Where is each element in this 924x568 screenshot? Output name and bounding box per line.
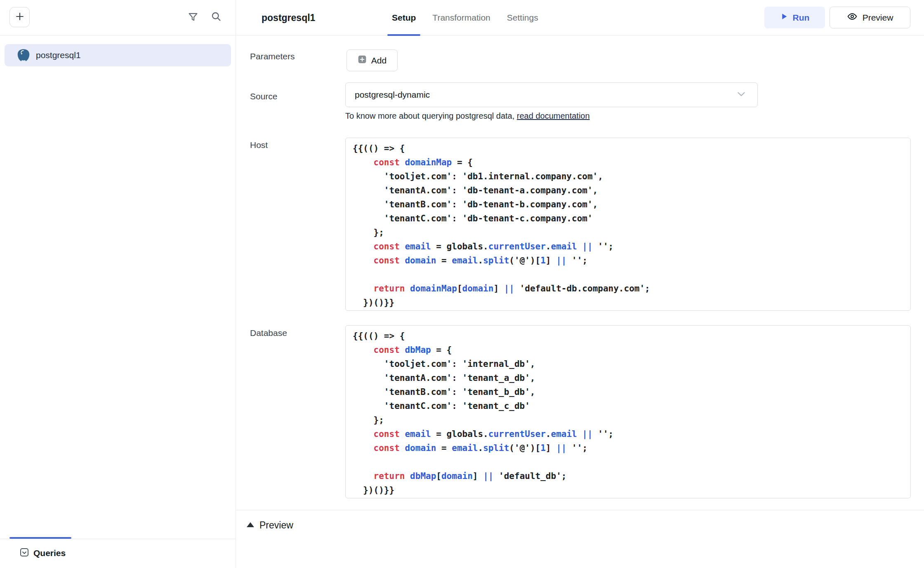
source-select-value: postgresql-dynamic <box>355 90 736 100</box>
query-title: postgresql1 <box>262 0 315 35</box>
tab-transformation[interactable]: Transformation <box>428 0 495 35</box>
code-line: const domain = email.split('@')[1] || ''… <box>353 441 902 455</box>
preview-button[interactable]: Preview <box>830 7 910 28</box>
sidebar-bottom-divider <box>0 539 236 539</box>
preview-panel-label: Preview <box>259 520 293 531</box>
run-button-label: Run <box>793 13 810 23</box>
code-line: 'tenantA.com': 'db-tenant-a.company.com'… <box>353 183 902 197</box>
code-line <box>353 455 902 469</box>
code-line: const domainMap = { <box>353 155 902 169</box>
code-line: 'tenantC.com': 'db-tenant-c.company.com' <box>353 211 902 225</box>
queries-panel-tab[interactable]: Queries <box>19 546 66 561</box>
filter-button[interactable] <box>186 11 200 24</box>
host-label: Host <box>250 140 268 150</box>
code-line: 'tenantB.com': 'tenant_b_db', <box>353 385 902 399</box>
caret-up-icon <box>247 521 254 529</box>
add-query-button[interactable] <box>9 7 30 27</box>
code-line: const email = globals.currentUser.email … <box>353 239 902 253</box>
parameters-label: Parameters <box>250 52 295 61</box>
preview-button-label: Preview <box>863 13 893 23</box>
sidebar-topbar <box>0 0 236 35</box>
search-icon <box>210 11 222 23</box>
code-line: return domainMap[domain] || 'default-db.… <box>353 282 902 296</box>
read-documentation-link[interactable]: read documentation <box>517 111 590 120</box>
code-line: {{(() => { <box>353 141 902 155</box>
helper-prefix: To know more about querying postgresql d… <box>345 111 517 120</box>
query-sidebar: postgresql1 Queries <box>0 0 236 568</box>
filter-icon <box>187 11 199 24</box>
eye-icon <box>847 11 858 24</box>
play-icon <box>780 12 788 23</box>
code-line: const email = globals.currentUser.email … <box>353 427 902 441</box>
host-code-editor[interactable]: {{(() => { const domainMap = { 'tooljet.… <box>345 138 911 311</box>
code-line <box>353 268 902 282</box>
code-line: 'tenantC.com': 'tenant_c_db' <box>353 399 902 413</box>
code-line: 'tooljet.com': 'internal_db', <box>353 357 902 371</box>
code-line: {{(() => { <box>353 329 902 343</box>
queries-icon <box>19 547 29 559</box>
source-helper-text: To know more about querying postgresql d… <box>345 111 590 121</box>
code-line: }; <box>353 225 902 239</box>
code-line: return dbMap[domain] || 'default_db'; <box>353 469 902 483</box>
code-line: 'tenantA.com': 'tenant_a_db', <box>353 371 902 385</box>
add-parameter-button[interactable]: Add <box>346 49 398 71</box>
code-line: }; <box>353 413 902 427</box>
chevron-down-icon <box>736 89 747 101</box>
query-item-label: postgresql1 <box>36 50 81 60</box>
preview-panel-toggle[interactable]: Preview <box>247 516 293 534</box>
source-label: Source <box>250 92 278 101</box>
code-line: const dbMap = { <box>353 343 902 357</box>
preview-panel-divider <box>236 510 924 510</box>
code-line: 'tenantB.com': 'db-tenant-b.company.com'… <box>353 197 902 211</box>
postgresql-icon <box>16 47 31 63</box>
tab-settings[interactable]: Settings <box>502 0 543 35</box>
code-line: const domain = email.split('@')[1] || ''… <box>353 253 902 268</box>
query-editor-header: postgresql1 Setup Transformation Setting… <box>236 0 924 35</box>
source-select[interactable]: postgresql-dynamic <box>345 82 758 107</box>
run-button[interactable]: Run <box>764 7 825 28</box>
database-code-editor[interactable]: {{(() => { const dbMap = { 'tooljet.com'… <box>345 325 911 498</box>
add-parameter-label: Add <box>371 56 387 66</box>
query-list-item-postgresql1[interactable]: postgresql1 <box>5 44 231 66</box>
database-label: Database <box>250 328 287 338</box>
plus-square-icon <box>358 55 367 66</box>
search-button[interactable] <box>210 10 223 23</box>
query-editor-panel: postgresql1 Setup Transformation Setting… <box>236 0 924 568</box>
code-line: })()}} <box>353 483 902 497</box>
code-line: })()}} <box>353 296 902 310</box>
plus-icon <box>14 11 25 23</box>
tab-setup[interactable]: Setup <box>387 0 420 35</box>
queries-tab-label: Queries <box>33 548 66 558</box>
code-line: 'tooljet.com': 'db1.internal.company.com… <box>353 169 902 183</box>
editor-tabs: Setup Transformation Settings <box>387 0 543 35</box>
